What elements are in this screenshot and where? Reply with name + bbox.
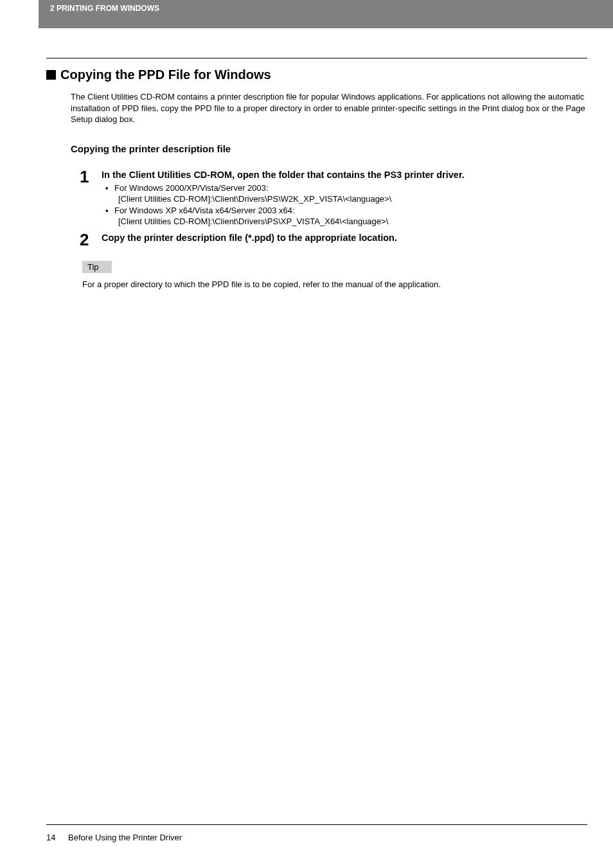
- footer-section-name: Before Using the Printer Driver: [68, 833, 182, 842]
- section-title: Copying the PPD File for Windows: [60, 67, 271, 82]
- section-heading: Copying the PPD File for Windows: [46, 67, 587, 82]
- tip-text: For a proper directory to which the PPD …: [82, 279, 587, 289]
- subheading: Copying the printer description file: [71, 143, 587, 154]
- footer-text: 14 Before Using the Printer Driver: [46, 833, 587, 842]
- step-number: 2: [80, 231, 102, 248]
- step-1: 1 In the Client Utilities CD-ROM, open t…: [80, 168, 587, 227]
- header-bar: 2 PRINTING FROM WINDOWS: [39, 0, 613, 28]
- list-item: For Windows XP x64/Vista x64/Server 2003…: [105, 205, 587, 217]
- page-number: 14: [46, 833, 55, 842]
- step-number: 1: [80, 168, 102, 227]
- square-bullet-icon: [46, 70, 56, 80]
- page-footer: 14 Before Using the Printer Driver: [46, 824, 587, 842]
- step-2: 2 Copy the printer description file (*.p…: [80, 231, 587, 248]
- intro-paragraph: The Client Utilities CD-ROM contains a p…: [71, 91, 587, 125]
- bullet-list: For Windows 2000/XP/Vista/Server 2003: […: [102, 182, 587, 227]
- chapter-header: 2 PRINTING FROM WINDOWS: [50, 4, 159, 13]
- step-title: Copy the printer description file (*.ppd…: [102, 233, 587, 243]
- step-content: In the Client Utilities CD-ROM, open the…: [102, 168, 587, 227]
- page-content: Copying the PPD File for Windows The Cli…: [0, 28, 613, 289]
- list-item: For Windows 2000/XP/Vista/Server 2003:: [105, 182, 587, 194]
- tip-label: Tip: [82, 261, 112, 273]
- top-rule: [46, 58, 587, 58]
- step-content: Copy the printer description file (*.ppd…: [102, 231, 587, 248]
- step-title: In the Client Utilities CD-ROM, open the…: [102, 170, 587, 180]
- path-text: [Client Utilities CD-ROM]:\Client\Driver…: [105, 193, 587, 205]
- path-text: [Client Utilities CD-ROM]:\Client\Driver…: [105, 216, 587, 227]
- bottom-rule: [46, 824, 587, 825]
